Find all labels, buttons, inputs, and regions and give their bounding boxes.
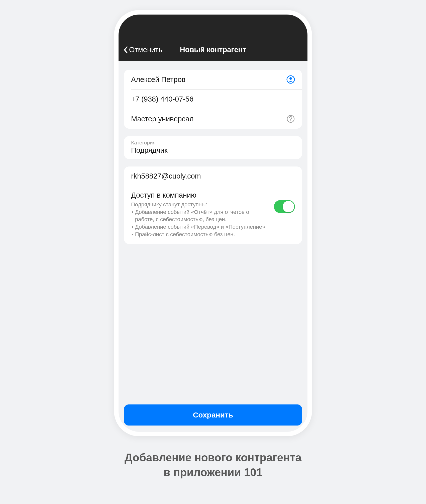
phone-field[interactable]: +7 (938) 440-07-56 bbox=[131, 90, 302, 109]
content-area: Алексей Петров +7 (938) 440-07-56 Масте bbox=[119, 61, 307, 432]
phone-value: +7 (938) 440-07-56 bbox=[131, 95, 193, 103]
role-value: Мастер универсал bbox=[131, 115, 194, 123]
access-toggle[interactable] bbox=[274, 200, 295, 213]
back-button[interactable]: Отменить bbox=[124, 46, 162, 54]
access-row: Доступ в компанию Подрядчику станут дост… bbox=[124, 186, 302, 244]
caption-line-2: в приложении 101 bbox=[125, 465, 301, 480]
access-card: rkh58827@cuoly.com Доступ в компанию Под… bbox=[124, 166, 302, 244]
svg-point-3 bbox=[290, 120, 291, 121]
page-title: Новый контрагент bbox=[180, 46, 246, 54]
email-field[interactable]: rkh58827@cuoly.com bbox=[124, 166, 302, 186]
help-icon[interactable] bbox=[286, 115, 295, 123]
phone-screen: Отменить Новый контрагент Алексей Петров bbox=[119, 15, 307, 432]
access-bullet-1: • Добавление событий «Отчёт» для отчетов… bbox=[131, 208, 269, 223]
access-description: Подрядчику станут доступны: • Добавление… bbox=[131, 201, 269, 238]
name-value: Алексей Петров bbox=[131, 75, 185, 84]
back-label: Отменить bbox=[129, 46, 162, 54]
category-card[interactable]: Категория Подрядчик bbox=[124, 136, 302, 159]
category-label: Категория bbox=[131, 140, 295, 146]
toggle-knob bbox=[283, 201, 294, 212]
name-field[interactable]: Алексей Петров bbox=[124, 70, 302, 89]
access-intro: Подрядчику станут доступны: bbox=[131, 201, 269, 208]
svg-point-1 bbox=[289, 77, 292, 80]
navigation-bar: Отменить Новый контрагент bbox=[119, 15, 307, 61]
contact-icon[interactable] bbox=[286, 75, 295, 84]
figure-card: Отменить Новый контрагент Алексей Петров bbox=[0, 0, 426, 504]
phone-frame: Отменить Новый контрагент Алексей Петров bbox=[114, 10, 312, 436]
access-bullet-2: • Добавление событий «Перевод» и «Поступ… bbox=[131, 223, 269, 231]
spacer bbox=[124, 251, 302, 404]
access-text: Доступ в компанию Подрядчику станут дост… bbox=[131, 191, 269, 238]
access-title: Доступ в компанию bbox=[131, 191, 269, 199]
identity-card: Алексей Петров +7 (938) 440-07-56 Масте bbox=[124, 70, 302, 129]
category-field[interactable]: Категория Подрядчик bbox=[124, 136, 302, 159]
save-button[interactable]: Сохранить bbox=[124, 404, 302, 426]
caption-line-1: Добавление нового контрагента bbox=[125, 450, 301, 465]
figure-caption: Добавление нового контрагента в приложен… bbox=[125, 450, 301, 480]
email-value: rkh58827@cuoly.com bbox=[131, 172, 201, 180]
access-bullet-3: • Прайс-лист с себестоимостью без цен. bbox=[131, 231, 269, 238]
chevron-left-icon bbox=[124, 46, 128, 54]
role-field[interactable]: Мастер универсал bbox=[131, 109, 302, 129]
category-value: Подрядчик bbox=[131, 146, 295, 154]
